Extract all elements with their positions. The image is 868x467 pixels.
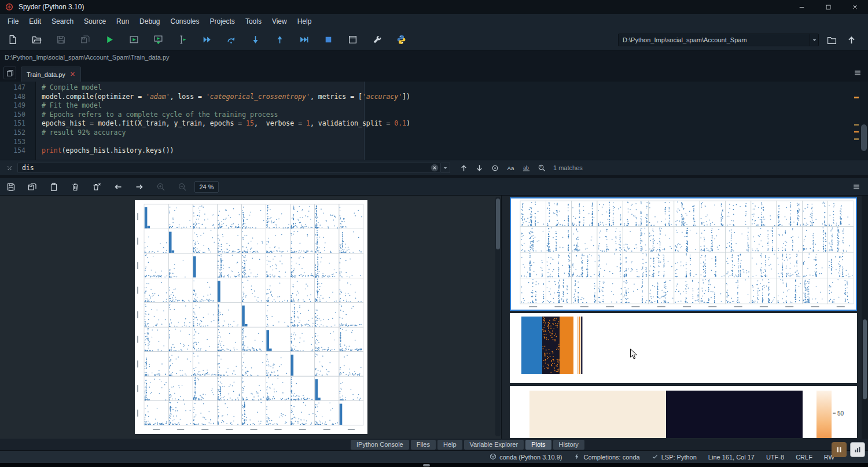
pane-tab-files[interactable]: Files [411,440,436,450]
case-sensitive-button[interactable]: Aa [504,161,517,174]
previous-plot-button[interactable] [111,179,126,194]
maximize-button[interactable] [815,0,841,14]
scrollbar-thumb[interactable] [863,319,867,399]
menu-view[interactable]: View [267,15,292,28]
parent-directory-button[interactable] [844,32,859,47]
thumbnails-scrollbar[interactable] [862,196,868,439]
status-conda-python-3-10-9[interactable]: conda (Python 3.10.9) [490,453,562,461]
zoom-in-button[interactable] [153,179,168,194]
remove-plot-button[interactable] [68,179,83,194]
plots-options-menu-button[interactable] [851,182,862,192]
whole-words-button[interactable]: ab [520,161,532,174]
step-over-button[interactable] [223,32,238,47]
editor-options-menu-button[interactable] [852,68,863,78]
toolbar-buttons [0,32,409,47]
copy-plot-button[interactable] [46,179,61,194]
close-button[interactable] [841,0,868,14]
svg-text:ab: ab [523,164,529,170]
save-file-button[interactable] [53,32,68,47]
windows-taskbar-sliver [0,463,868,467]
run-selection-button[interactable] [175,32,190,47]
python-environment-button[interactable] [393,32,409,47]
menu-consoles[interactable]: Consoles [165,15,204,28]
pane-tab-variable-explorer[interactable]: Variable Explorer [464,440,524,450]
preferences-button[interactable] [369,32,384,47]
main-plot-scatter-matrix [135,200,367,434]
open-file-button[interactable] [29,32,44,47]
new-file-button[interactable] [5,32,20,47]
debug-file-button[interactable] [199,32,214,47]
run-cell-advance-button[interactable] [150,32,165,47]
plots-toolbar: 24 % [0,178,868,196]
search-input[interactable]: dis [17,163,441,173]
menu-debug[interactable]: Debug [134,15,165,28]
plot-thumbnail-1[interactable] [510,197,857,311]
search-value: dis [18,164,430,172]
regex-search-button[interactable]: * [535,161,548,174]
save-all-button[interactable] [78,32,93,47]
code-editor[interactable]: 147# Compile model148model.compile(optim… [0,82,868,160]
save-plot-button[interactable] [3,179,19,194]
working-directory-combobox[interactable]: D:\Python_Imp\social_spam\Account_Spam [618,34,819,46]
step-return-button[interactable] [272,32,287,47]
status-lsp-python: LSP: Python [652,453,697,461]
pane-tab-plots[interactable]: Plots [525,440,551,450]
stop-debug-button[interactable] [321,32,336,47]
continue-execution-button[interactable] [296,32,311,47]
pause-button[interactable] [832,442,847,457]
menu-help[interactable]: Help [292,15,317,28]
browse-workdir-button[interactable] [824,32,839,47]
menu-projects[interactable]: Projects [205,15,240,28]
maximize-pane-button[interactable] [345,32,360,47]
find-previous-button[interactable] [457,161,470,174]
plots-splitter[interactable] [501,196,502,439]
browse-tabs-button[interactable] [3,67,16,79]
minimize-button[interactable] [788,0,815,14]
code-line: 152# result 92% accuracy [0,128,868,138]
run-file-button[interactable] [102,32,117,47]
canvas-scrollbar[interactable] [495,197,501,436]
pane-tab-history[interactable]: History [553,440,584,450]
clear-search-icon[interactable] [430,163,439,172]
remove-all-plots-button[interactable] [89,179,104,194]
titlebar: Spyder (Python 3.10) [0,0,868,14]
menu-file[interactable]: File [2,15,24,28]
step-into-button[interactable] [248,32,263,47]
working-directory-value: D:\Python_Imp\social_spam\Account_Spam [619,36,810,43]
profiler-chart-button[interactable] [850,442,865,457]
run-cell-button[interactable] [126,32,141,47]
pane-tab-help[interactable]: Help [437,440,462,450]
pane-tabs-row: IPython ConsoleFilesHelpVariable Explore… [0,439,868,450]
check-icon [652,453,659,461]
menu-tools[interactable]: Tools [240,15,267,28]
menu-source[interactable]: Source [79,15,111,28]
zoom-out-button[interactable] [175,179,190,194]
window-controls [788,0,868,14]
menubar: FileEditSearchSourceRunDebugConsolesProj… [0,14,868,29]
tab-close-icon[interactable]: ✕ [70,71,75,78]
next-plot-button[interactable] [132,179,147,194]
menu-run[interactable]: Run [111,15,134,28]
svg-text:50: 50 [837,410,844,417]
code-line: 154print(epochs_hist.history.keys()) [0,146,868,156]
editor-scrollbar[interactable] [860,82,868,160]
scrollbar-thumb[interactable] [496,198,500,249]
menu-edit[interactable]: Edit [24,15,46,28]
scrollbar-thumb[interactable] [861,124,867,151]
editor-tab-train-data[interactable]: Train_data.py ✕ [21,67,81,82]
search-history-dropdown[interactable] [441,163,450,173]
menu-search[interactable]: Search [46,15,79,28]
highlight-matches-button[interactable] [488,161,501,174]
close-find-button[interactable] [5,163,14,172]
spyder-window: Spyder (Python 3.10) FileEditSearchSourc… [0,0,868,467]
code-line: 151epochs_hist = model.fit(X_train, y_tr… [0,119,868,128]
find-next-button[interactable] [473,161,486,174]
status-line-161-col-17: Line 161, Col 17 [708,454,755,461]
plot-thumbnail-2[interactable] [510,313,857,383]
pane-tab-ipython-console[interactable]: IPython Console [351,440,409,450]
zoom-level-spinbox[interactable]: 24 % [194,181,219,193]
chevron-down-icon[interactable] [810,34,818,46]
save-all-plots-button[interactable] [25,179,40,194]
breadcrumb: D:\Python_Imp\social_spam\Account_Spam\T… [0,51,868,64]
plot-thumbnail-3[interactable]: 50 [510,386,857,438]
